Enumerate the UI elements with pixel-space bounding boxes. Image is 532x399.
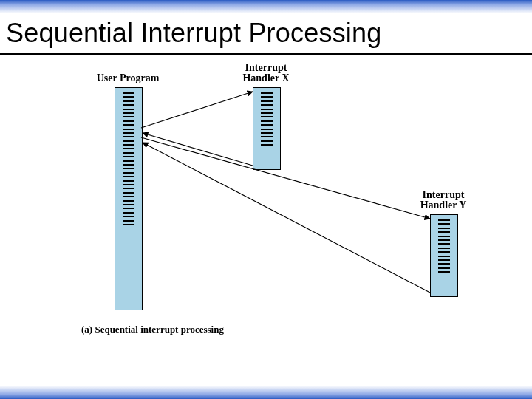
- slide: Sequential Interrupt Processing User Pro…: [0, 0, 532, 399]
- flow-arrows: [0, 58, 532, 383]
- arrow-x-to-user: [143, 133, 253, 166]
- title-divider: [0, 53, 532, 55]
- slide-title: Sequential Interrupt Processing: [6, 18, 382, 49]
- arrow-y-to-user: [143, 143, 430, 293]
- arrow-user-to-y: [141, 137, 430, 219]
- arrow-user-to-x: [141, 92, 253, 128]
- bottom-gradient-bar: [0, 386, 532, 399]
- diagram-caption: (a) Sequential interrupt processing: [81, 324, 224, 335]
- diagram-canvas: User Program Interrupt Handler X Interru…: [0, 58, 532, 383]
- top-gradient-bar: [0, 0, 532, 13]
